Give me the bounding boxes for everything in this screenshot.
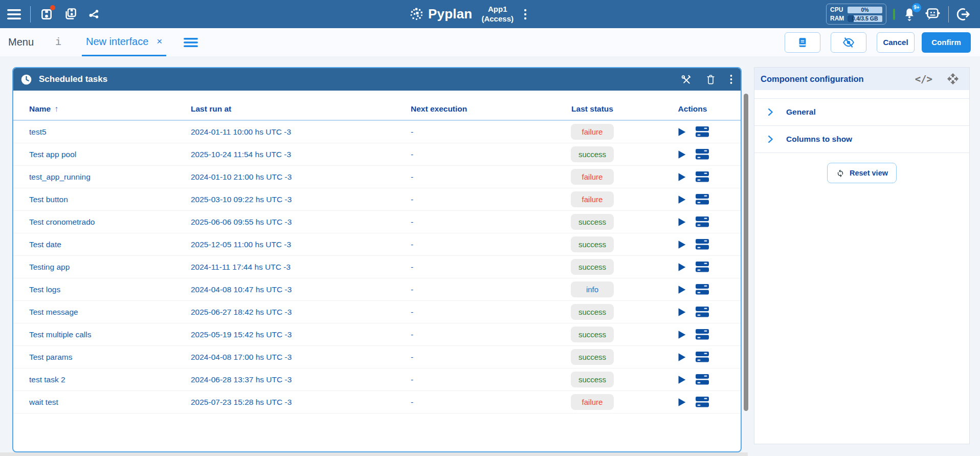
confirm-button[interactable]: Confirm xyxy=(922,32,971,53)
save-all-button[interactable] xyxy=(62,6,78,22)
task-logs-button[interactable] xyxy=(695,193,709,205)
logout-button[interactable] xyxy=(955,6,972,23)
task-name[interactable]: Test cronometrado xyxy=(29,218,191,227)
app-menu-button[interactable] xyxy=(6,8,22,21)
task-name[interactable]: Testing app xyxy=(29,263,191,272)
run-task-button[interactable] xyxy=(676,329,687,341)
task-name[interactable]: Test multiple calls xyxy=(29,330,191,339)
trash-icon xyxy=(706,74,716,85)
task-next-execution: - xyxy=(411,263,528,272)
server-dns-icon xyxy=(695,306,709,318)
task-logs-button[interactable] xyxy=(695,126,709,138)
documentation-button[interactable] xyxy=(785,32,820,53)
task-logs-button[interactable] xyxy=(695,216,709,228)
ram-value: 0.4/3.5 GB xyxy=(848,15,882,22)
move-panel-button[interactable] xyxy=(946,72,960,86)
task-logs-button[interactable] xyxy=(695,329,709,340)
hide-preview-button[interactable] xyxy=(831,32,866,53)
assistant-button[interactable] xyxy=(924,6,942,22)
column-header-next-execution[interactable]: Next execution xyxy=(411,104,528,114)
play-icon xyxy=(676,238,687,251)
play-icon xyxy=(676,284,687,296)
run-task-button[interactable] xyxy=(676,306,687,318)
run-task-button[interactable] xyxy=(676,126,687,138)
code-view-button[interactable]: </> xyxy=(915,73,932,84)
unsaved-changes-dot xyxy=(50,5,55,10)
server-dns-icon xyxy=(695,374,709,385)
task-name[interactable]: test_app_running xyxy=(29,172,191,182)
panel-delete-button[interactable] xyxy=(705,73,717,86)
table-row: test5 2024-01-11 10:00 hs UTC -3 - failu… xyxy=(13,121,741,143)
task-name[interactable]: wait test xyxy=(29,398,191,407)
column-header-last-run[interactable]: Last run at xyxy=(191,104,411,114)
task-logs-button[interactable] xyxy=(695,238,709,250)
interface-list-button[interactable] xyxy=(183,36,199,49)
run-task-button[interactable] xyxy=(676,148,687,161)
tab-close-icon[interactable]: × xyxy=(157,36,162,47)
run-task-button[interactable] xyxy=(676,284,687,296)
task-name[interactable]: Test params xyxy=(29,353,191,362)
task-next-execution: - xyxy=(411,240,528,249)
section-columns-to-show[interactable]: Columns to show xyxy=(754,125,969,153)
task-logs-button[interactable] xyxy=(695,351,709,363)
run-task-button[interactable] xyxy=(676,238,687,251)
run-task-button[interactable] xyxy=(676,216,687,228)
info-icon[interactable]: i xyxy=(55,36,61,48)
app-kebab-menu[interactable] xyxy=(523,7,528,21)
panel-kebab-menu[interactable] xyxy=(729,73,733,85)
task-logs-button[interactable] xyxy=(695,261,709,273)
run-task-button[interactable] xyxy=(676,396,687,408)
status-badge: success xyxy=(571,372,614,387)
task-logs-button[interactable] xyxy=(695,374,709,385)
tab-new-interface[interactable]: New interface × xyxy=(82,28,166,56)
play-icon xyxy=(676,171,687,183)
notifications-button[interactable]: 9+ xyxy=(902,6,917,23)
status-badge: success xyxy=(571,327,614,342)
column-header-name[interactable]: Name ↑ xyxy=(29,104,191,114)
table-row: wait test 2025-07-23 15:28 hs UTC -3 - f… xyxy=(13,391,741,414)
run-task-button[interactable] xyxy=(676,193,687,206)
table-row: Test multiple calls 2025-05-19 15:42 hs … xyxy=(13,323,741,346)
version-tree-button[interactable] xyxy=(86,7,102,21)
task-name[interactable]: test task 2 xyxy=(29,375,191,384)
panel-tools-button[interactable] xyxy=(680,73,693,86)
task-logs-button[interactable] xyxy=(695,306,709,318)
task-logs-button[interactable] xyxy=(695,148,709,160)
cpu-label: CPU xyxy=(830,6,844,13)
server-dns-icon xyxy=(695,351,709,363)
play-icon xyxy=(676,216,687,228)
status-badge: success xyxy=(571,214,614,230)
task-logs-button[interactable] xyxy=(695,396,709,408)
play-icon xyxy=(676,148,687,161)
run-task-button[interactable] xyxy=(676,374,687,386)
cancel-button[interactable]: Cancel xyxy=(877,32,915,53)
save-button[interactable] xyxy=(39,7,54,22)
play-icon xyxy=(676,306,687,318)
play-icon xyxy=(676,193,687,206)
task-name[interactable]: Test date xyxy=(29,240,191,249)
run-task-button[interactable] xyxy=(676,171,687,183)
task-name[interactable]: Test button xyxy=(29,195,191,204)
refresh-icon xyxy=(836,168,845,178)
config-title: Component configuration xyxy=(761,74,864,84)
menu-button[interactable]: Menu xyxy=(8,36,34,48)
task-logs-button[interactable] xyxy=(695,284,709,295)
horizontal-scrollbar[interactable] xyxy=(0,452,748,456)
vertical-scrollbar[interactable] xyxy=(744,94,748,411)
tools-icon xyxy=(681,74,692,85)
reset-view-button[interactable]: Reset view xyxy=(827,163,897,183)
task-name[interactable]: Test app pool xyxy=(29,150,191,159)
server-dns-icon xyxy=(695,216,709,228)
run-task-button[interactable] xyxy=(676,261,687,273)
move-icon xyxy=(947,73,959,85)
task-name[interactable]: Test message xyxy=(29,308,191,317)
task-name[interactable]: test5 xyxy=(29,127,191,137)
run-task-button[interactable] xyxy=(676,351,687,363)
save-all-icon xyxy=(63,7,77,21)
brand: Pyplan xyxy=(409,6,472,22)
section-general[interactable]: General xyxy=(754,98,969,125)
task-logs-button[interactable] xyxy=(695,171,709,183)
task-name[interactable]: Test logs xyxy=(29,285,191,294)
chevron-right-icon xyxy=(765,106,776,118)
column-header-last-status[interactable]: Last status xyxy=(528,104,656,114)
